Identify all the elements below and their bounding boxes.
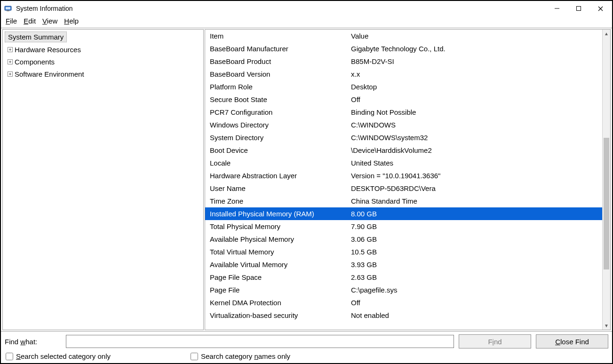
list-cell-value: 7.90 GB: [350, 222, 602, 230]
list-cell-item: Installed Physical Memory (RAM): [205, 210, 350, 218]
list-cell-item: BaseBoard Manufacturer: [205, 45, 350, 53]
list-cell-value: Not enabled: [350, 311, 602, 319]
list-row[interactable]: Hardware Abstraction LayerVersion = "10.…: [205, 169, 602, 182]
list-cell-item: Locale: [205, 159, 350, 167]
window-title: System Information: [16, 5, 73, 12]
list-cell-value: 8.00 GB: [350, 210, 602, 218]
list-row[interactable]: Total Physical Memory7.90 GB: [205, 220, 602, 233]
list-cell-item: Kernel DMA Protection: [205, 299, 350, 307]
main-split: System Summary Hardware ResourcesCompone…: [1, 28, 612, 331]
list-cell-value: C:\pagefile.sys: [350, 286, 602, 294]
list-cell-item: Hardware Abstraction Layer: [205, 172, 350, 180]
list-cell-item: PCR7 Configuration: [205, 108, 350, 116]
list-cell-item: Platform Role: [205, 83, 350, 91]
list-cell-item: User Name: [205, 184, 350, 192]
list-row[interactable]: Available Physical Memory3.06 GB: [205, 233, 602, 245]
list-row[interactable]: System DirectoryC:\WINDOWS\system32: [205, 131, 602, 144]
tree-root-system-summary[interactable]: System Summary: [5, 32, 67, 42]
list-cell-item: Virtualization-based security: [205, 311, 350, 319]
scroll-up-arrow-icon[interactable]: ▲: [603, 30, 610, 38]
list-cell-item: BaseBoard Version: [205, 70, 350, 78]
find-what-input[interactable]: [66, 335, 454, 348]
list-row[interactable]: Secure Boot StateOff: [205, 93, 602, 106]
vertical-scrollbar[interactable]: ▲ ▼: [602, 30, 610, 330]
tree-node[interactable]: Components: [7, 55, 201, 68]
list-cell-value: C:\WINDOWS: [350, 121, 602, 129]
list-row[interactable]: User NameDESKTOP-5D63RDC\Vera: [205, 182, 602, 195]
list-cell-value: Off: [350, 299, 602, 307]
list-cell-value: Off: [350, 95, 602, 103]
list-cell-value: United States: [350, 159, 602, 167]
list-row[interactable]: BaseBoard ProductB85M-D2V-SI: [205, 55, 602, 68]
tree-node-label: Hardware Resources: [15, 46, 81, 54]
list-row[interactable]: Kernel DMA ProtectionOff: [205, 296, 602, 309]
maximize-button[interactable]: [568, 1, 589, 16]
list-row[interactable]: Boot Device\Device\HarddiskVolume2: [205, 144, 602, 157]
close-button[interactable]: [589, 1, 611, 16]
title-bar: System Information: [1, 1, 612, 16]
scrollbar-thumb[interactable]: [604, 138, 609, 269]
list-row[interactable]: BaseBoard Versionx.x: [205, 68, 602, 80]
find-what-label: Find what:: [5, 338, 61, 346]
details-list: Item Value BaseBoard ManufacturerGigabyt…: [205, 29, 611, 330]
navigation-tree[interactable]: System Summary Hardware ResourcesCompone…: [2, 29, 204, 330]
scroll-down-arrow-icon[interactable]: ▼: [603, 322, 610, 330]
list-row[interactable]: Windows DirectoryC:\WINDOWS: [205, 119, 602, 131]
list-cell-item: Boot Device: [205, 146, 350, 154]
list-cell-item: Available Physical Memory: [205, 235, 350, 243]
list-cell-value: Version = "10.0.19041.3636": [350, 172, 602, 180]
menu-file[interactable]: File: [6, 17, 17, 25]
tree-node[interactable]: Software Environment: [7, 68, 201, 80]
list-cell-value: B85M-D2V-SI: [350, 57, 602, 65]
app-icon: [4, 4, 12, 13]
svg-rect-1: [6, 7, 10, 9]
list-cell-value: Binding Not Possible: [350, 108, 602, 116]
list-cell-value: 2.63 GB: [350, 273, 602, 281]
list-cell-value: Desktop: [350, 83, 602, 91]
tree-expander-icon[interactable]: [8, 71, 13, 77]
column-header-item[interactable]: Item: [205, 32, 350, 40]
list-row[interactable]: LocaleUnited States: [205, 157, 602, 169]
tree-node-label: Software Environment: [15, 70, 84, 78]
minimize-button[interactable]: [546, 1, 568, 16]
list-header-row[interactable]: Item Value: [205, 30, 602, 42]
list-row[interactable]: Virtualization-based securityNot enabled: [205, 309, 602, 322]
list-row[interactable]: Page File Space2.63 GB: [205, 271, 602, 284]
list-row[interactable]: PCR7 ConfigurationBinding Not Possible: [205, 106, 602, 119]
menu-help[interactable]: Help: [64, 17, 79, 25]
list-cell-item: BaseBoard Product: [205, 57, 350, 65]
menu-view[interactable]: View: [42, 17, 57, 25]
list-row[interactable]: BaseBoard ManufacturerGigabyte Technolog…: [205, 42, 602, 55]
list-row[interactable]: Page FileC:\pagefile.sys: [205, 284, 602, 296]
column-header-value[interactable]: Value: [350, 32, 602, 40]
list-cell-item: Total Physical Memory: [205, 222, 350, 230]
close-find-button[interactable]: Close Find: [536, 334, 608, 348]
list-cell-value: x.x: [350, 70, 602, 78]
tree-node[interactable]: Hardware Resources: [7, 43, 201, 55]
tree-expander-icon[interactable]: [8, 59, 13, 64]
list-row[interactable]: Available Virtual Memory3.93 GB: [205, 258, 602, 271]
list-row[interactable]: Installed Physical Memory (RAM)8.00 GB: [205, 207, 602, 220]
list-row[interactable]: Total Virtual Memory10.5 GB: [205, 245, 602, 258]
list-cell-value: Gigabyte Technology Co., Ltd.: [350, 45, 602, 53]
list-cell-value: China Standard Time: [350, 197, 602, 205]
menu-edit[interactable]: Edit: [24, 17, 36, 25]
svg-rect-2: [7, 10, 9, 11]
find-bar: Find what: Find Close Find Search select…: [1, 331, 612, 363]
list-cell-value: DESKTOP-5D63RDC\Vera: [350, 184, 602, 192]
list-cell-item: Windows Directory: [205, 121, 350, 129]
checkbox-category-names[interactable]: [191, 353, 198, 360]
search-category-names-only-checkbox[interactable]: Search category names only: [191, 352, 290, 360]
checkbox-selected-category[interactable]: [6, 353, 13, 360]
tree-expander-icon[interactable]: [8, 47, 13, 52]
list-cell-value: 3.06 GB: [350, 235, 602, 243]
list-cell-item: Available Virtual Memory: [205, 261, 350, 269]
list-cell-item: Page File: [205, 286, 350, 294]
find-button[interactable]: Find: [459, 334, 531, 348]
list-row[interactable]: Platform RoleDesktop: [205, 80, 602, 93]
list-cell-value: 10.5 GB: [350, 248, 602, 256]
list-cell-item: Time Zone: [205, 197, 350, 205]
list-cell-item: Page File Space: [205, 273, 350, 281]
search-selected-category-only-checkbox[interactable]: Search selected category only: [6, 352, 111, 360]
list-row[interactable]: Time ZoneChina Standard Time: [205, 195, 602, 207]
